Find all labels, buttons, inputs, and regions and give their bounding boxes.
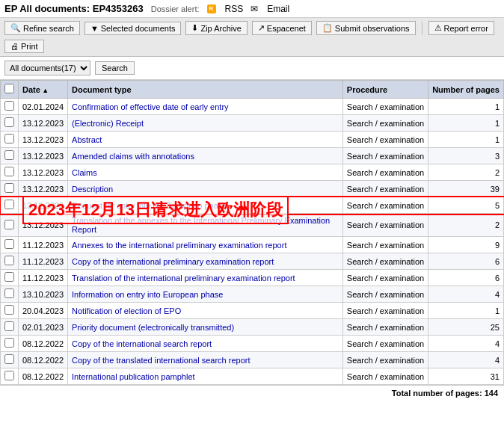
row-procedure: Search / examination: [342, 352, 428, 368]
row-document-type[interactable]: Copy of the international search report: [68, 336, 343, 352]
row-checkbox[interactable]: [4, 150, 14, 160]
documents-table: Date Document type Procedure Number of p…: [0, 80, 504, 385]
rss-link[interactable]: RSS: [225, 4, 244, 14]
table-row: 08.12.2022International publication pamp…: [1, 368, 504, 385]
table-row: 02.01.2023Priority document (electronica…: [1, 319, 504, 336]
document-link[interactable]: Information on entry into European phase: [72, 290, 223, 299]
pages-column-header: Number of pages: [428, 81, 504, 99]
row-checkbox[interactable]: [4, 167, 14, 176]
row-checkbox[interactable]: [4, 305, 14, 315]
search-button[interactable]: Search: [95, 61, 135, 75]
table-row: 02.01.2024Confirmation of effective date…: [1, 99, 504, 115]
row-procedure: Search / examination: [342, 132, 428, 148]
row-checkbox[interactable]: [4, 371, 14, 380]
row-pages: 39: [428, 181, 504, 197]
row-checkbox[interactable]: [4, 239, 14, 249]
document-link[interactable]: Abstract: [72, 135, 102, 144]
document-link[interactable]: Copy of the translated international sea…: [72, 356, 250, 365]
row-checkbox[interactable]: [4, 256, 14, 265]
row-document-type[interactable]: Amended claims with annotations: [68, 148, 343, 164]
row-date: 13.12.2023: [19, 164, 68, 181]
table-row: 08.12.2022Copy of the international sear…: [1, 336, 504, 352]
document-link[interactable]: Copy of the international preliminary ex…: [72, 257, 274, 266]
espacenet-button[interactable]: ↗ Espacenet: [252, 21, 312, 35]
row-document-type[interactable]: Notification of election of EPO: [68, 303, 343, 319]
document-link[interactable]: Copy of the international search report: [72, 339, 212, 348]
document-link[interactable]: Request for entry into the European phas…: [72, 201, 227, 210]
row-pages: 6: [428, 270, 504, 286]
row-document-type[interactable]: Copy of the translated international sea…: [68, 352, 343, 368]
row-date: 13.12.2023: [19, 181, 68, 197]
selected-documents-button[interactable]: ▼ Selected documents: [84, 22, 182, 35]
date-column-header[interactable]: Date: [19, 81, 68, 99]
row-checkbox[interactable]: [4, 134, 14, 144]
row-checkbox[interactable]: [4, 200, 14, 209]
document-filter-select[interactable]: All documents(17): [4, 61, 90, 75]
document-link[interactable]: Translation of the international prelimi…: [72, 274, 295, 283]
table-row: 13.12.2023ClaimsSearch / examination2: [1, 164, 504, 181]
up-arrow-icon: ↗: [258, 23, 265, 33]
table-row: 13.12.2023Translation of the annexes to …: [1, 214, 504, 237]
row-checkbox[interactable]: [4, 288, 14, 298]
row-checkbox[interactable]: [4, 183, 14, 193]
row-document-type[interactable]: Annexes to the international preliminary…: [68, 237, 343, 253]
table-row: 13.12.2023Amended claims with annotation…: [1, 148, 504, 164]
row-document-type[interactable]: Claims: [68, 164, 343, 181]
row-pages: 4: [428, 336, 504, 352]
document-link[interactable]: Notification of election of EPO: [72, 306, 181, 315]
table-row: 13.12.2023DescriptionSearch / examinatio…: [1, 181, 504, 197]
print-button[interactable]: 🖨 Print: [4, 40, 44, 53]
row-document-type[interactable]: Priority document (electronically transm…: [68, 319, 343, 336]
error-icon: ⚠: [434, 23, 442, 33]
row-document-type[interactable]: Translation of the international prelimi…: [68, 270, 343, 286]
document-link[interactable]: Confirmation of effective date of early …: [72, 102, 229, 111]
document-link[interactable]: Claims: [72, 168, 97, 177]
row-checkbox[interactable]: [4, 272, 14, 282]
submit-observations-button[interactable]: 📋 Submit observations: [316, 21, 416, 35]
document-link[interactable]: (Electronic) Receipt: [72, 119, 144, 128]
document-link[interactable]: Amended claims with annotations: [72, 152, 194, 161]
checkbox-header: [1, 81, 19, 99]
table-row: 13.12.2023AbstractSearch / examination1: [1, 132, 504, 148]
table-row: 13.12.2023Request for entry into the Eur…: [1, 197, 504, 214]
row-document-type[interactable]: Abstract: [68, 132, 343, 148]
row-pages: 2: [428, 214, 504, 237]
row-checkbox[interactable]: [4, 321, 14, 331]
row-document-type[interactable]: Information on entry into European phase: [68, 286, 343, 303]
row-document-type[interactable]: International publication pamphlet: [68, 368, 343, 385]
row-procedure: Search / examination: [342, 197, 428, 214]
document-link[interactable]: International publication pamphlet: [72, 372, 195, 381]
total-value: 144: [485, 389, 498, 398]
row-pages: 5: [428, 197, 504, 214]
document-link[interactable]: Annexes to the international preliminary…: [72, 241, 286, 250]
row-pages: 31: [428, 368, 504, 385]
document-link[interactable]: Priority document (electronically transm…: [72, 323, 234, 332]
row-pages: 1: [428, 99, 504, 115]
row-procedure: Search / examination: [342, 270, 428, 286]
row-procedure: Search / examination: [342, 286, 428, 303]
document-link[interactable]: Translation of the annexes to the Intern…: [72, 216, 330, 234]
table-row: 20.04.2023Notification of election of EP…: [1, 303, 504, 319]
row-checkbox[interactable]: [4, 101, 14, 111]
dossier-alert-label: Dossier alert:: [151, 4, 200, 13]
row-date: 02.01.2024: [19, 99, 68, 115]
row-checkbox[interactable]: [4, 117, 14, 127]
row-document-type[interactable]: Confirmation of effective date of early …: [68, 99, 343, 115]
rss-icon: R: [207, 4, 216, 13]
row-document-type[interactable]: (Electronic) Receipt: [68, 115, 343, 132]
row-checkbox[interactable]: [4, 338, 14, 348]
row-checkbox[interactable]: [4, 354, 14, 364]
row-document-type[interactable]: Description: [68, 181, 343, 197]
email-link[interactable]: Email: [267, 4, 289, 14]
row-document-type[interactable]: Translation of the annexes to the Intern…: [68, 214, 343, 237]
document-link[interactable]: Description: [72, 185, 113, 194]
zip-archive-button[interactable]: ⬇ Zip Archive: [185, 21, 247, 35]
refine-search-button[interactable]: 🔍 Refine search: [4, 21, 80, 35]
table-row: 08.12.2022Copy of the translated interna…: [1, 352, 504, 368]
report-error-button[interactable]: ⚠ Report error: [428, 21, 494, 35]
row-checkbox[interactable]: [4, 220, 14, 229]
row-document-type[interactable]: Copy of the international preliminary ex…: [68, 253, 343, 270]
select-all-checkbox[interactable]: [4, 84, 14, 93]
row-date: 20.04.2023: [19, 303, 68, 319]
row-document-type[interactable]: Request for entry into the European phas…: [68, 197, 343, 214]
